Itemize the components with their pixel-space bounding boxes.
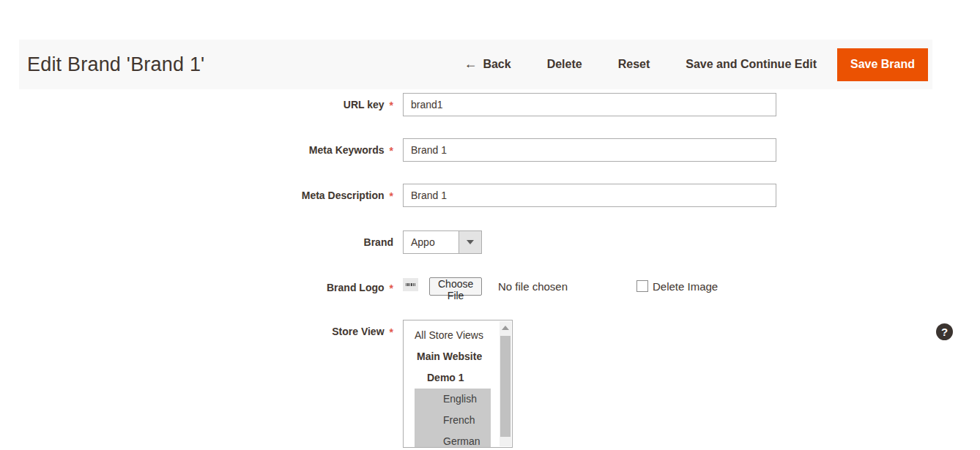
store-view-scrollbar[interactable] — [500, 321, 511, 446]
store-view-option[interactable]: All Store Views — [404, 325, 512, 346]
store-view-option[interactable]: Main Website — [404, 346, 512, 367]
header-actions: ← Back Delete Reset Save and Continue Ed… — [464, 48, 928, 81]
store-view-option[interactable]: German — [415, 431, 491, 448]
brand-logo-thumbnail — [403, 278, 418, 291]
brand-select[interactable]: Appo — [403, 230, 482, 254]
brand-label: Brand — [0, 230, 393, 254]
back-arrow-icon: ← — [464, 57, 477, 70]
required-asterisk: * — [390, 282, 393, 294]
scrollbar-up-icon[interactable] — [502, 326, 509, 330]
required-asterisk: * — [390, 100, 393, 111]
save-brand-button[interactable]: Save Brand — [837, 48, 928, 81]
url-key-label: URL key* — [0, 93, 393, 116]
store-view-option[interactable]: French — [415, 410, 491, 431]
meta-description-input[interactable] — [403, 184, 776, 207]
url-key-input[interactable] — [403, 93, 776, 116]
save-and-continue-button[interactable]: Save and Continue Edit — [686, 58, 817, 71]
brand-logo-label: Brand Logo* — [0, 276, 393, 299]
required-asterisk: * — [390, 190, 393, 202]
page-header: Edit Brand 'Brand 1' ← Back Delete Reset… — [19, 40, 932, 89]
brand-select-value: Appo — [411, 231, 435, 253]
store-view-list[interactable]: All Store ViewsMain WebsiteDemo 1English… — [403, 320, 513, 448]
choose-file-button[interactable]: Choose File — [429, 277, 482, 296]
back-button-label: Back — [483, 58, 511, 71]
selected-options-block: EnglishFrenchGerman — [415, 389, 491, 448]
delete-button[interactable]: Delete — [547, 58, 582, 71]
meta-description-label: Meta Description* — [0, 184, 393, 207]
help-icon[interactable]: ? — [936, 323, 953, 340]
brand-select-arrow-button[interactable] — [459, 231, 481, 253]
store-view-options: All Store ViewsMain WebsiteDemo 1English… — [404, 325, 512, 448]
delete-image-label: Delete Image — [653, 278, 718, 296]
meta-keywords-label: Meta Keywords* — [0, 138, 393, 162]
store-view-option[interactable]: English — [415, 389, 491, 410]
reset-button[interactable]: Reset — [618, 58, 650, 71]
back-button[interactable]: ← Back — [464, 58, 511, 71]
meta-keywords-input[interactable] — [403, 138, 776, 162]
edit-brand-page: Edit Brand 'Brand 1' ← Back Delete Reset… — [0, 0, 980, 450]
store-view-option[interactable]: Demo 1 — [404, 367, 512, 389]
logo-image-icon — [406, 283, 415, 286]
required-asterisk: * — [390, 145, 393, 157]
required-asterisk: * — [390, 326, 393, 338]
store-view-label: Store View* — [0, 320, 393, 343]
no-file-chosen-text: No file chosen — [498, 278, 568, 296]
scrollbar-thumb[interactable] — [500, 336, 511, 437]
page-title: Edit Brand 'Brand 1' — [27, 53, 204, 76]
chevron-down-icon — [467, 240, 474, 244]
delete-image-checkbox[interactable] — [636, 280, 648, 292]
